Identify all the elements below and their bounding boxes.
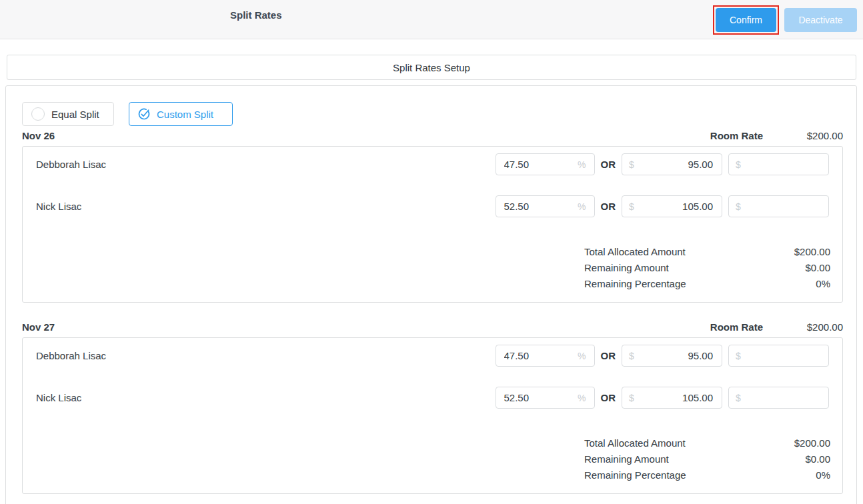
equal-split-label: Equal Split [51,109,99,120]
amount-field: $ [622,195,722,217]
dollar-prefix: $ [729,159,741,170]
remaining-amount-label: Remaining Amount [584,262,669,273]
radio-circle-icon [31,107,45,121]
day-date: Nov 26 [22,130,55,141]
split-rates-page: Split Rates Confirm Deactivate Split Rat… [0,0,863,504]
remaining-percentage-label: Remaining Percentage [584,278,686,289]
percent-input[interactable] [496,392,578,403]
dollar-prefix: $ [729,201,741,212]
percent-input[interactable] [496,350,578,361]
percent-suffix: % [578,393,594,403]
dollar-prefix: $ [729,351,741,361]
day-header: Nov 27 Room Rate $200.00 [22,320,843,333]
day-header: Nov 26 Room Rate $200.00 [22,129,843,142]
extra-amount-input[interactable] [741,350,828,361]
extra-amount-input[interactable] [741,201,828,212]
room-rate-group: Room Rate $200.00 [710,321,843,333]
total-allocated-row: Total Allocated Amount $200.00 [584,243,830,259]
confirm-button[interactable]: Confirm [716,8,776,32]
page-title: Split Rates [230,9,282,21]
amount-input[interactable] [634,392,722,403]
amount-input[interactable] [634,350,722,361]
topbar: Split Rates Confirm Deactivate [0,0,863,39]
remaining-amount-row: Remaining Amount $0.00 [584,451,830,467]
setup-title: Split Rates Setup [393,62,470,73]
extra-amount-field: $ [728,153,829,175]
remaining-percentage-value: 0% [816,469,830,481]
total-allocated-label: Total Allocated Amount [584,437,686,449]
percent-input[interactable] [496,159,578,170]
room-rate-value: $200.00 [763,321,843,333]
guest-name: Nick Lisac [36,392,81,403]
room-rate-label: Room Rate [710,130,763,141]
or-label: OR [601,201,616,212]
or-label: OR [601,350,616,361]
guest-row: Debborah Lisac % OR $ $ [23,345,842,367]
setup-title-box: Split Rates Setup [7,55,856,80]
guest-inputs: % OR $ $ [496,195,830,217]
extra-amount-field: $ [728,345,829,367]
remaining-amount-label: Remaining Amount [584,453,669,465]
day-date: Nov 27 [22,321,55,333]
or-label: OR [601,392,616,403]
percent-suffix: % [578,201,594,212]
guest-inputs: % OR $ $ [496,345,830,367]
equal-split-option[interactable]: Equal Split [22,102,114,126]
dollar-prefix: $ [622,201,634,212]
room-rate-value: $200.00 [763,130,843,141]
custom-split-label: Custom Split [157,109,213,120]
day-box: Debborah Lisac % OR $ $ [22,146,843,303]
guest-row: Nick Lisac % OR $ $ [23,387,842,409]
amount-input[interactable] [634,201,722,212]
remaining-amount-value: $0.00 [805,262,830,273]
percent-field: % [496,345,595,367]
guest-inputs: % OR $ $ [496,153,830,175]
remaining-percentage-row: Remaining Percentage 0% [584,467,830,483]
day-section-nov27: Nov 27 Room Rate $200.00 Debborah Lisac … [22,320,843,333]
percent-field: % [496,195,595,217]
check-circle-icon [137,107,151,121]
percent-suffix: % [578,159,594,170]
remaining-percentage-value: 0% [816,278,830,289]
confirm-annotation-highlight: Confirm [713,5,779,35]
remaining-percentage-label: Remaining Percentage [584,469,686,481]
day-box: Debborah Lisac % OR $ $ [22,337,843,494]
extra-amount-input[interactable] [741,392,828,403]
guest-name: Nick Lisac [36,201,81,212]
remaining-percentage-row: Remaining Percentage 0% [584,275,830,291]
total-allocated-label: Total Allocated Amount [584,246,686,257]
percent-suffix: % [578,351,594,361]
total-allocated-row: Total Allocated Amount $200.00 [584,435,830,451]
amount-field: $ [622,387,722,409]
totals-block: Total Allocated Amount $200.00 Remaining… [584,243,830,291]
extra-amount-input[interactable] [741,159,828,170]
day-section-nov26: Nov 26 Room Rate $200.00 Debborah Lisac … [22,129,843,142]
dollar-prefix: $ [729,393,741,403]
total-allocated-value: $200.00 [794,437,830,449]
percent-field: % [496,387,595,409]
amount-field: $ [622,153,722,175]
total-allocated-value: $200.00 [794,246,830,257]
dollar-prefix: $ [622,393,634,403]
remaining-amount-value: $0.00 [805,453,830,465]
guest-inputs: % OR $ $ [496,387,830,409]
remaining-amount-row: Remaining Amount $0.00 [584,259,830,275]
room-rate-label: Room Rate [710,321,763,333]
percent-field: % [496,153,595,175]
guest-name: Debborah Lisac [36,350,106,361]
percent-input[interactable] [496,201,578,212]
guest-row: Nick Lisac % OR $ $ [23,195,842,217]
guest-row: Debborah Lisac % OR $ $ [23,153,842,175]
totals-block: Total Allocated Amount $200.00 Remaining… [584,435,830,483]
main-container: Equal Split Custom Split Nov 26 Room Rat… [5,85,857,504]
or-label: OR [601,159,616,170]
dollar-prefix: $ [622,351,634,361]
deactivate-button[interactable]: Deactivate [784,8,857,32]
guest-name: Debborah Lisac [36,159,106,170]
dollar-prefix: $ [622,159,634,170]
amount-input[interactable] [634,159,722,170]
extra-amount-field: $ [728,195,829,217]
amount-field: $ [622,345,722,367]
extra-amount-field: $ [728,387,829,409]
custom-split-option[interactable]: Custom Split [129,102,233,126]
